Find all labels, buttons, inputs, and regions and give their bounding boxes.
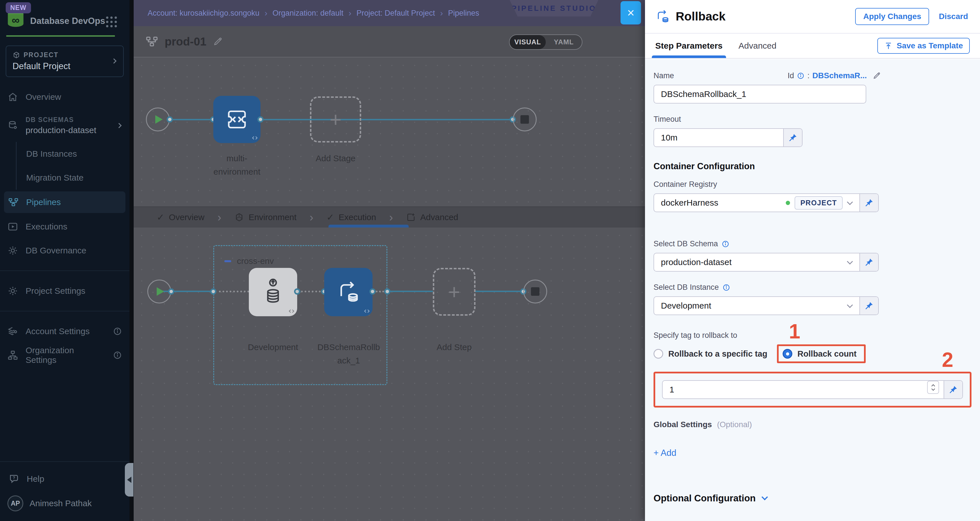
save-as-template-button[interactable]: Save as Template xyxy=(877,38,970,54)
timeout-input[interactable] xyxy=(654,129,783,147)
sidebar-item-organization-settings[interactable]: Organization Settings xyxy=(0,343,129,367)
collapse-group-icon[interactable] xyxy=(224,260,231,262)
sidebar: NEW ∞ Database DevOps PROJECT Default Pr… xyxy=(0,0,129,521)
sidebar-item-project-settings[interactable]: Project Settings xyxy=(0,279,129,303)
global-settings-label: Global Settings xyxy=(654,420,712,429)
sidebar-item-overview[interactable]: Overview xyxy=(0,85,129,109)
step-node-dbschemarollback[interactable] xyxy=(324,268,372,316)
module-grid-icon[interactable] xyxy=(106,16,117,27)
user-name: Animesh Pathak xyxy=(30,499,92,508)
help-button[interactable]: ? Help xyxy=(0,468,129,490)
stepper-down-icon[interactable] xyxy=(931,387,935,391)
id-row: Id : DBSchemaR... xyxy=(788,71,881,80)
avatar: AP xyxy=(7,496,23,511)
sidebar-item-db-instances[interactable]: DB Instances xyxy=(16,142,129,166)
add-stage-node[interactable]: + xyxy=(310,96,361,142)
project-selector[interactable]: PROJECT Default Project xyxy=(6,46,124,77)
sidebar-item-executions[interactable]: Executions xyxy=(0,215,129,239)
breadcrumb-pipelines[interactable]: Pipelines xyxy=(448,9,479,18)
custom-stage-icon xyxy=(225,107,249,132)
db-schema-input-type-selector[interactable] xyxy=(859,253,878,271)
tab-step-parameters[interactable]: Step Parameters xyxy=(655,33,722,58)
pin-icon xyxy=(949,385,958,394)
db-instance-input-type-selector[interactable] xyxy=(859,297,878,314)
sidebar-item-db-governance[interactable]: DB Governance xyxy=(0,239,129,263)
sidebar-item-pipelines[interactable]: Pipelines xyxy=(4,191,126,213)
timeout-label: Timeout xyxy=(654,115,972,124)
name-input[interactable] xyxy=(654,85,865,103)
info-icon[interactable] xyxy=(113,327,122,336)
db-schema-value[interactable]: production-dataset xyxy=(654,253,848,271)
breadcrumb-separator-icon: › xyxy=(440,8,443,18)
breadcrumb-project[interactable]: Project: Default Project xyxy=(356,9,435,18)
stage-node-label[interactable]: multi-environment xyxy=(204,152,270,178)
info-icon[interactable] xyxy=(797,72,805,80)
stage-node-multi-environment[interactable] xyxy=(213,96,261,143)
rollback-count-input[interactable] xyxy=(663,381,927,398)
radio-label: Rollback to a specific tag xyxy=(668,349,767,358)
org-hierarchy-gear-icon xyxy=(7,350,18,361)
environment-icon xyxy=(234,212,244,222)
radio-selected-icon[interactable] xyxy=(783,349,792,358)
db-schemas-section-label: DB SCHEMAS xyxy=(25,116,96,124)
container-registry-input[interactable] xyxy=(654,194,786,212)
add-stage-label[interactable]: Add Stage xyxy=(307,152,364,165)
close-studio-button[interactable]: × xyxy=(620,1,641,24)
db-schema-chevron-icon[interactable] xyxy=(848,253,859,271)
count-input-type-selector[interactable] xyxy=(943,381,963,398)
tab-overview[interactable]: ✓ Overview xyxy=(157,212,204,223)
breadcrumb-account[interactable]: Account: kurosakiichigo.songoku xyxy=(148,9,259,18)
step-node-development[interactable] xyxy=(249,268,297,316)
edit-pipeline-icon[interactable] xyxy=(213,37,223,47)
registry-scope-badge: PROJECT xyxy=(795,196,843,210)
edit-id-icon[interactable] xyxy=(872,72,881,80)
breadcrumb-organization[interactable]: Organization: default xyxy=(272,9,343,18)
timeout-field xyxy=(654,128,803,147)
sidebar-header: NEW ∞ Database DevOps xyxy=(0,0,129,37)
execution-start-node xyxy=(147,280,171,303)
tab-label: Overview xyxy=(169,212,204,222)
rollback-icon xyxy=(655,9,670,24)
add-step-node[interactable]: + xyxy=(433,268,476,315)
db-instance-value[interactable]: Development xyxy=(654,297,848,314)
apply-changes-button[interactable]: Apply Changes xyxy=(855,8,929,25)
rollback-step-icon xyxy=(336,280,361,304)
toggle-yaml[interactable]: YAML xyxy=(546,35,582,49)
registry-input-type-selector[interactable] xyxy=(859,194,878,212)
sidebar-item-migration-state[interactable]: Migration State xyxy=(16,166,129,190)
radio-rollback-count[interactable]: Rollback count xyxy=(783,349,857,358)
radio-unselected-icon[interactable] xyxy=(654,349,663,358)
pipeline-title-row: prod-01 VISUAL YAML xyxy=(129,26,645,57)
discard-button[interactable]: Discard xyxy=(939,12,968,21)
info-icon[interactable] xyxy=(113,351,122,360)
timeout-input-type-selector[interactable] xyxy=(783,129,802,147)
add-global-setting-link[interactable]: + Add xyxy=(654,448,676,458)
radio-rollback-specific-tag[interactable]: Rollback to a specific tag xyxy=(654,349,767,358)
sidebar-item-db-schemas[interactable]: DB SCHEMAS production-dataset xyxy=(0,109,129,142)
project-selector-label-row: PROJECT xyxy=(13,51,117,59)
pin-icon xyxy=(865,198,873,207)
info-icon[interactable] xyxy=(721,240,729,248)
step-label-development[interactable]: Development xyxy=(245,341,301,354)
optional-configuration-toggle[interactable]: Optional Configuration xyxy=(654,493,972,503)
add-step-label[interactable]: Add Step xyxy=(426,341,483,354)
tab-environment[interactable]: Environment xyxy=(234,212,296,222)
pipeline-start-node xyxy=(146,107,170,131)
check-icon: ✓ xyxy=(326,212,334,223)
sidebar-item-account-settings[interactable]: Account Settings xyxy=(0,319,129,343)
tab-advanced[interactable]: Advanced xyxy=(406,212,458,222)
toggle-visual[interactable]: VISUAL xyxy=(510,35,546,49)
db-instance-chevron-icon[interactable] xyxy=(848,297,859,314)
count-stepper[interactable] xyxy=(927,381,939,394)
sidebar-item-label: DB Instances xyxy=(26,149,77,159)
tab-advanced[interactable]: Advanced xyxy=(738,33,776,58)
tab-execution[interactable]: ✓ Execution xyxy=(326,212,376,223)
tab-separator-icon: › xyxy=(389,211,393,224)
step-label-rollback[interactable]: DBSchemaRollback_1 xyxy=(316,341,382,367)
connector-port xyxy=(167,116,173,123)
info-icon[interactable] xyxy=(722,284,730,292)
registry-dropdown-chevron-icon[interactable] xyxy=(848,194,859,212)
user-menu[interactable]: AP Animesh Pathak xyxy=(0,490,129,514)
pin-icon xyxy=(865,258,873,267)
sidebar-collapse-handle[interactable] xyxy=(125,463,134,497)
